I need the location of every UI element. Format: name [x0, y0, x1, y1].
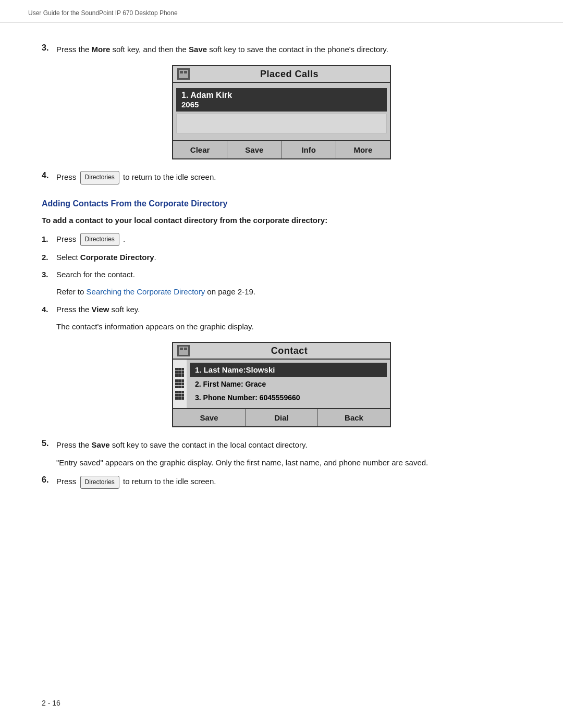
- steps-list-2: 4. Press the View soft key.: [42, 303, 521, 315]
- list-item-2: 2. Select Corporate Directory.: [42, 251, 521, 263]
- list-item-4: 4. Press the View soft key.: [42, 303, 521, 315]
- placed-calls-body: 1. Adam Kirk 2065: [173, 83, 390, 140]
- step-num-2: 2.: [42, 251, 56, 263]
- placed-calls-empty-row: [176, 114, 387, 133]
- step-content-3: Search for the contact.: [56, 268, 521, 280]
- step-content-2: Select Corporate Directory.: [56, 251, 521, 263]
- page-content: 3. Press the More soft key, and then the…: [0, 22, 563, 524]
- placed-calls-softkeys: Clear Save Info More: [173, 140, 390, 158]
- svg-rect-6: [180, 348, 183, 350]
- header-text: User Guide for the SoundPoint IP 670 Des…: [28, 9, 178, 17]
- step-3-text: Press the More soft key, and then the Sa…: [56, 43, 521, 56]
- step-4: 4. Press Directories to return to the id…: [42, 171, 521, 184]
- contact-info-sub-text: The contact's information appears on the…: [56, 320, 521, 332]
- bold-instruction: To add a contact to your local contact d…: [42, 216, 521, 225]
- step-3-number: 3.: [42, 43, 56, 53]
- grid-icon-1: [175, 368, 185, 377]
- step-content-4: Press the View soft key.: [56, 303, 521, 315]
- link-searching[interactable]: Searching the Corporate Directory: [87, 287, 205, 296]
- contact-number: 2065: [181, 100, 382, 109]
- softkey-save[interactable]: Save: [227, 141, 282, 158]
- directories-button-3[interactable]: Directories: [80, 476, 119, 489]
- contact-name: 1. Adam Kirk: [181, 91, 382, 100]
- step-4-number: 4.: [42, 171, 56, 180]
- contact-row-2: 3. Phone Number: 6045559660: [190, 391, 387, 404]
- step-5-sub: "Entry saved" appears on the graphic dis…: [56, 456, 521, 469]
- step-5-text: Press the Save soft key to save the cont…: [56, 439, 521, 451]
- step-4-text: Press Directories to return to the idle …: [56, 171, 521, 184]
- step-3: 3. Press the More soft key, and then the…: [42, 43, 521, 56]
- refer-sub-text: Refer to Searching the Corporate Directo…: [56, 286, 521, 298]
- step-5-number: 5.: [42, 439, 56, 448]
- contact-title-bar: Contact: [173, 343, 390, 360]
- step-num-3: 3.: [42, 268, 56, 280]
- placed-calls-selected-row: 1. Adam Kirk 2065: [176, 88, 387, 112]
- page-footer: 2 - 16: [42, 699, 60, 707]
- contact-body-with-icons: 1. Last Name:Slowski 2. First Name: Grac…: [173, 360, 390, 408]
- step-5: 5. Press the Save soft key to save the c…: [42, 439, 521, 451]
- contact-softkey-dial[interactable]: Dial: [246, 409, 318, 426]
- contact-screen: Contact: [172, 342, 391, 427]
- contact-title-text: Contact: [193, 346, 386, 356]
- list-item-1: 1. Press Directories .: [42, 233, 521, 246]
- steps-list: 1. Press Directories . 2. Select Corpora…: [42, 233, 521, 281]
- softkey-more[interactable]: More: [336, 141, 390, 158]
- directories-button-2[interactable]: Directories: [80, 233, 119, 246]
- step-num-1: 1.: [42, 233, 56, 245]
- directories-button-1[interactable]: Directories: [80, 171, 119, 184]
- contact-row-1: 2. First Name: Grace: [190, 378, 387, 390]
- step-6-number: 6.: [42, 475, 56, 485]
- svg-rect-7: [184, 348, 187, 350]
- placed-calls-screen: Placed Calls 1. Adam Kirk 2065 Clear Sav…: [172, 65, 391, 159]
- section-heading: Adding Contacts From the Corporate Direc…: [42, 199, 521, 208]
- list-item-3: 3. Search for the contact.: [42, 268, 521, 280]
- grid-icon-3: [175, 391, 185, 400]
- svg-rect-3: [184, 71, 187, 73]
- step-6-text: Press Directories to return to the idle …: [56, 475, 521, 489]
- grid-icon-2: [175, 379, 185, 389]
- contact-row-0: 1. Last Name:Slowski: [190, 363, 387, 377]
- contact-softkey-back[interactable]: Back: [318, 409, 390, 426]
- footer-text: 2 - 16: [42, 699, 60, 707]
- phone-icon: [177, 68, 190, 80]
- svg-rect-2: [180, 71, 183, 73]
- softkey-info[interactable]: Info: [282, 141, 336, 158]
- step-num-4: 4.: [42, 303, 56, 315]
- contact-softkey-save[interactable]: Save: [173, 409, 246, 426]
- placed-calls-title-text: Placed Calls: [193, 69, 386, 80]
- contact-phone-icon: [177, 345, 190, 356]
- step-content-1: Press Directories .: [56, 233, 521, 246]
- softkey-clear[interactable]: Clear: [173, 141, 227, 158]
- placed-calls-title-bar: Placed Calls: [173, 66, 390, 83]
- step-6: 6. Press Directories to return to the id…: [42, 475, 521, 489]
- contact-softkeys: Save Dial Back: [173, 408, 390, 426]
- contact-rows: 1. Last Name:Slowski 2. First Name: Grac…: [187, 360, 390, 408]
- contact-left-icons: [173, 360, 187, 408]
- page-header: User Guide for the SoundPoint IP 670 Des…: [0, 0, 563, 22]
